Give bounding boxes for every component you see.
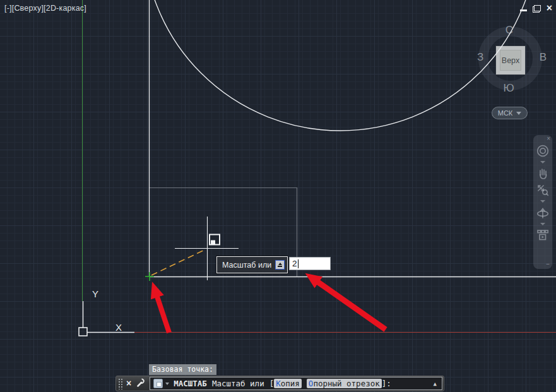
active-command-name: МАСШТАБ — [174, 379, 207, 388]
autocad-drawing-window: С Ю З В Верх МСК × − — [0, 0, 556, 392]
minimize-icon[interactable] — [520, 9, 527, 11]
dynamic-input-prompt: Масштаб или — [222, 261, 271, 270]
viewport-menu-control[interactable]: [-] — [4, 4, 12, 13]
chevron-down-icon[interactable] — [540, 223, 545, 225]
viewcube-face-label: Верх — [502, 56, 519, 65]
restore-icon[interactable] — [533, 5, 541, 13]
chevron-down-icon[interactable] — [165, 383, 169, 385]
steering-wheel-icon[interactable] — [536, 144, 550, 158]
showmotion-icon[interactable] — [536, 229, 550, 242]
viewport-controls: [-][Сверху][2D-каркас] — [4, 4, 86, 13]
command-input-area[interactable]: МАСШТАБ Масштаб или [ Копия Опорный отре… — [150, 377, 442, 390]
orbit-icon[interactable] — [536, 206, 550, 220]
viewcube-east[interactable]: В — [540, 51, 547, 64]
navbar-close-icon[interactable]: × — [547, 135, 550, 143]
command-bar-close-icon[interactable]: × — [126, 378, 131, 388]
zoom-icon[interactable] — [536, 183, 550, 197]
navbar-collapse-icon[interactable]: − — [546, 261, 550, 268]
dynamic-input-options-icon[interactable] — [275, 260, 285, 270]
dynamic-input-tooltip: Масштаб или — [216, 256, 288, 273]
command-option-reference[interactable]: Опорный отрезок — [307, 379, 382, 388]
viewport-view-control[interactable]: [Сверху] — [12, 4, 44, 13]
scale-value-input[interactable]: 2 — [289, 257, 331, 270]
command-bar-grip[interactable] — [117, 377, 122, 389]
model-space-canvas[interactable] — [0, 0, 556, 392]
command-history-line: Базовая точка: — [149, 364, 216, 375]
command-option-copy[interactable]: Копия — [274, 379, 302, 388]
chevron-down-icon — [516, 112, 521, 115]
scale-value-text: 2 — [292, 259, 297, 268]
navigation-bar: × − — [533, 135, 552, 269]
window-controls: × — [520, 0, 552, 16]
command-line-icon[interactable] — [153, 379, 163, 388]
coordinate-system-dropdown[interactable]: МСК — [492, 107, 528, 119]
viewport-visual-style-control[interactable]: [2D-каркас] — [44, 4, 86, 13]
command-line-bar: × МАСШТАБ Масштаб или [ Копия Опорный от… — [115, 376, 444, 391]
viewcube-west[interactable]: З — [477, 51, 483, 64]
chevron-down-icon[interactable] — [540, 161, 545, 163]
bracket-open: [ — [269, 379, 275, 388]
close-icon[interactable]: × — [547, 1, 552, 15]
bracket-close: ]: — [382, 379, 391, 388]
coordinate-system-label: МСК — [498, 109, 513, 117]
viewcube: С Ю З В Верх — [477, 24, 545, 92]
command-history-toggle-icon[interactable]: ▲ — [434, 381, 437, 387]
pan-hand-icon[interactable] — [536, 167, 550, 181]
viewcube-top-face[interactable]: Верх — [496, 46, 525, 74]
chevron-down-icon[interactable] — [540, 200, 545, 203]
viewcube-north[interactable]: С — [477, 24, 541, 37]
customize-wrench-icon[interactable] — [136, 377, 146, 390]
text-cursor — [298, 259, 299, 268]
command-prompt-text: Масштаб или — [212, 379, 264, 388]
viewcube-south[interactable]: Ю — [477, 82, 540, 95]
